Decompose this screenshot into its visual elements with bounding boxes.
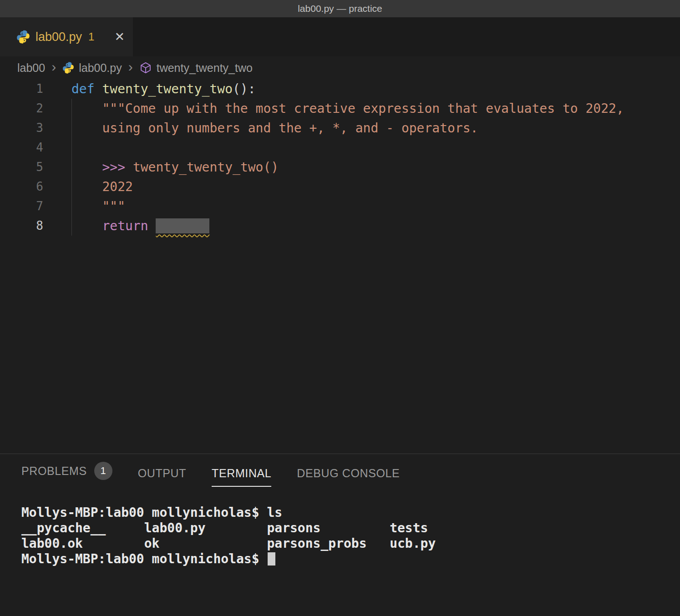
chevron-right-icon: › (128, 60, 133, 74)
panel-tab-label: PROBLEMS (21, 465, 87, 478)
code-line-content: return (59, 216, 209, 236)
line-number: 6 (0, 177, 59, 197)
tab-filename: lab00.py (36, 30, 82, 44)
line-number: 4 (0, 138, 59, 157)
code-token: twenty_twenty_two() (133, 160, 279, 175)
line-number: 5 (0, 157, 59, 177)
tab-lab00-py[interactable]: lab00.py 1 ✕ (0, 17, 133, 56)
code-token: (): (233, 81, 256, 96)
breadcrumb-item-folder[interactable]: lab00 (17, 61, 45, 75)
breadcrumb-item-file[interactable]: lab00.py (62, 61, 122, 75)
code-token (71, 199, 102, 214)
terminal-prompt-line: Mollys-MBP:lab00 mollynicholas$ (21, 551, 680, 567)
panel-tab-label: TERMINAL (212, 467, 271, 480)
breadcrumb-symbol-label: twenty_twenty_two (157, 61, 253, 75)
code-token (71, 121, 102, 136)
terminal-line: lab00.ok ok parsons_probs ucb.py (21, 536, 680, 551)
close-icon[interactable]: ✕ (114, 30, 125, 44)
python-icon (62, 62, 74, 74)
panel-tab-debug-console[interactable]: DEBUG CONSOLE (297, 467, 400, 487)
code-token (125, 160, 133, 175)
window-title-bar: lab00.py — practice (0, 0, 680, 17)
code-line[interactable]: 1def twenty_twenty_two(): (0, 79, 680, 99)
code-editor[interactable]: 1def twenty_twenty_two():2 """Come up wi… (0, 79, 680, 454)
code-token: twenty_twenty_two (102, 81, 233, 96)
breadcrumb-folder-label: lab00 (17, 61, 45, 75)
code-token: return (102, 218, 148, 233)
code-line[interactable]: 6 2022 (0, 177, 680, 197)
line-number: 2 (0, 99, 59, 118)
answer-blank[interactable] (156, 218, 209, 233)
line-number: 1 (0, 79, 59, 99)
code-line-content: >>> twenty_twenty_two() (59, 157, 279, 177)
tab-problems-count: 1 (88, 30, 94, 43)
code-line[interactable]: 3 using only numbers and the +, *, and -… (0, 118, 680, 138)
code-line-content: """ (59, 197, 125, 216)
code-token (71, 101, 102, 116)
panel-tab-label: DEBUG CONSOLE (297, 467, 400, 480)
panel-tab-problems[interactable]: PROBLEMS1 (21, 462, 112, 487)
code-line[interactable]: 4 (0, 138, 680, 157)
code-token: def (71, 81, 95, 96)
panel-tab-terminal[interactable]: TERMINAL (212, 467, 271, 487)
code-token (95, 81, 102, 96)
line-number: 8 (0, 216, 59, 236)
code-token: using only numbers and the +, *, and - o… (102, 121, 478, 136)
chevron-right-icon: › (51, 60, 56, 74)
code-token (71, 179, 102, 194)
panel-tabs: PROBLEMS1OUTPUTTERMINALDEBUG CONSOLE (0, 454, 680, 487)
code-line-content: 2022 (59, 177, 133, 197)
terminal-line: Mollys-MBP:lab00 mollynicholas$ ls (21, 505, 680, 520)
code-token: """ (102, 199, 125, 214)
code-line[interactable]: 7 """ (0, 197, 680, 216)
terminal-cursor (268, 552, 275, 566)
code-lines: 1def twenty_twenty_two():2 """Come up wi… (0, 79, 680, 236)
python-icon (16, 30, 30, 44)
panel-tab-output[interactable]: OUTPUT (138, 467, 186, 487)
code-line-content: def twenty_twenty_two(): (59, 79, 256, 99)
terminal-line: __pycache__ lab00.py parsons tests (21, 520, 680, 536)
code-line[interactable]: 5 >>> twenty_twenty_two() (0, 157, 680, 177)
code-line[interactable]: 8 return (0, 216, 680, 236)
code-token (148, 218, 156, 233)
breadcrumb: lab00 › lab00.py › twenty_twenty_two (0, 56, 680, 79)
code-token (71, 218, 102, 233)
tab-bar: lab00.py 1 ✕ (0, 17, 680, 56)
panel-tab-label: OUTPUT (138, 467, 186, 480)
window-title: lab00.py — practice (298, 3, 382, 14)
bottom-panel: PROBLEMS1OUTPUTTERMINALDEBUG CONSOLE Mol… (0, 454, 680, 616)
code-token: """Come up with the most creative expres… (102, 101, 624, 116)
terminal-content[interactable]: Mollys-MBP:lab00 mollynicholas$ ls__pyca… (0, 487, 680, 567)
code-token: 2022 (102, 179, 132, 194)
breadcrumb-file-label: lab00.py (79, 61, 122, 75)
symbol-cube-icon (139, 61, 152, 74)
code-token (71, 160, 102, 175)
line-number: 3 (0, 118, 59, 138)
terminal-prompt: Mollys-MBP:lab00 mollynicholas$ (21, 551, 267, 566)
problems-count-badge: 1 (94, 462, 112, 480)
code-line[interactable]: 2 """Come up with the most creative expr… (0, 99, 680, 118)
code-token: >>> (102, 160, 125, 175)
line-number: 7 (0, 197, 59, 216)
code-line-content: using only numbers and the +, *, and - o… (59, 118, 478, 138)
breadcrumb-item-symbol[interactable]: twenty_twenty_two (139, 61, 253, 75)
code-line-content: """Come up with the most creative expres… (59, 99, 624, 118)
code-line-content (59, 138, 71, 157)
